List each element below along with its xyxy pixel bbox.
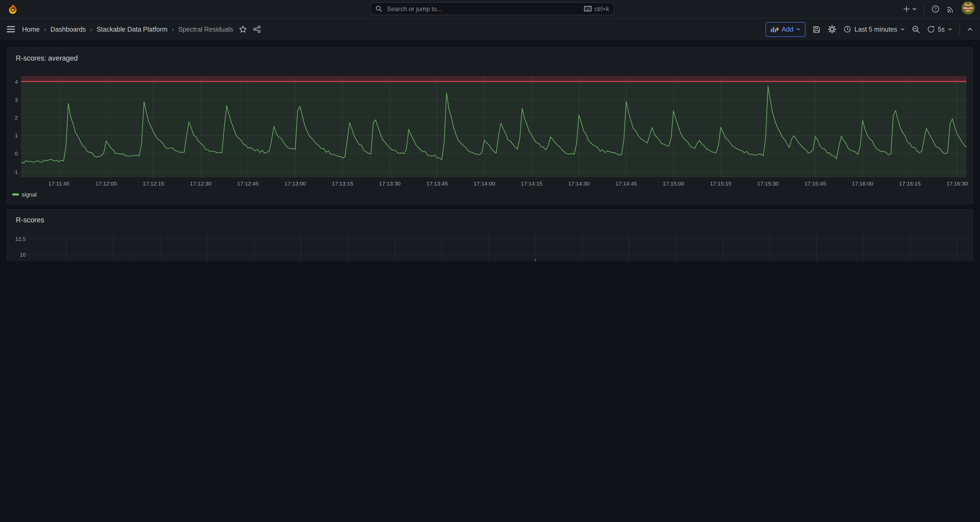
breadcrumb: Home›Dashboards›Stackable Data Platform›… [22, 25, 233, 33]
collapse-toolbar-button[interactable] [966, 26, 973, 33]
x-axis-label: 17:15:30 [757, 180, 779, 187]
breadcrumb-actions [239, 25, 261, 33]
chevron-down-icon [900, 27, 905, 32]
refresh-button[interactable]: 5s [928, 25, 952, 33]
panel-legend: signal [12, 191, 37, 198]
legend-item-signal[interactable]: signal [12, 191, 37, 198]
time-range-label: Last 5 minutes [854, 26, 897, 33]
help-icon: ? [931, 5, 939, 13]
keyboard-icon [584, 5, 592, 12]
x-axis-label: 17:12:00 [95, 180, 117, 187]
x-axis-label: 17:14:00 [474, 180, 495, 187]
menu-button[interactable] [7, 26, 15, 33]
dashboard-content: R-scores: averaged 43210-117:11:4517:12:… [0, 41, 980, 261]
search-box[interactable]: ctrl+k [370, 2, 614, 15]
breadcrumb-item[interactable]: Dashboards [50, 26, 86, 33]
rss-icon [946, 5, 954, 13]
x-axis-label: 17:15:45 [804, 180, 826, 187]
save-dashboard-button[interactable] [812, 25, 821, 34]
x-axis-label: 17:14:15 [521, 180, 542, 187]
toolbar-right-actions: Add Last 5 minutes [765, 22, 974, 37]
x-axis-label: 17:13:15 [332, 180, 353, 187]
breadcrumb-item[interactable]: Home [22, 26, 40, 33]
create-new-button[interactable] [903, 5, 917, 13]
y-axis-label: -1 [7, 168, 18, 175]
star-button[interactable] [239, 25, 247, 33]
y-axis-label: 12.5 [9, 236, 26, 242]
news-button[interactable] [946, 5, 954, 13]
add-label: Add [782, 26, 794, 33]
y-axis-label: 4 [7, 78, 18, 85]
navbar-right-actions: ? [903, 0, 975, 18]
x-axis-label: 17:16:15 [899, 180, 921, 187]
breadcrumb-separator-icon: › [90, 25, 92, 33]
breadcrumb-separator-icon: › [44, 25, 46, 33]
time-range-picker[interactable]: Last 5 minutes [843, 25, 905, 33]
y-axis-label: 3 [7, 96, 18, 103]
chevron-down-icon [796, 27, 801, 32]
x-axis-label: 17:15:00 [663, 180, 684, 187]
y-axis-label: 1 [7, 132, 18, 139]
grafana-app: ctrl+k ? [0, 0, 980, 261]
panel-rscores: R-scores 12.5107.552.50-2.517:11:4517:12… [7, 209, 973, 261]
x-axis-label: 17:13:00 [285, 180, 306, 187]
search-shortcut: ctrl+k [594, 6, 609, 12]
x-axis-label: 17:13:30 [379, 180, 401, 187]
svg-text:?: ? [934, 6, 936, 11]
x-axis-label: 17:14:30 [568, 180, 590, 187]
help-button[interactable]: ? [931, 5, 939, 13]
search-input[interactable] [386, 5, 580, 13]
x-axis-label: 17:11:45 [48, 180, 70, 187]
x-axis-label: 17:14:45 [616, 180, 637, 187]
x-axis-label: 17:13:45 [426, 180, 448, 187]
x-axis-label: 17:16:30 [946, 180, 968, 187]
legend-label: signal [22, 191, 37, 198]
plus-icon [903, 5, 910, 13]
toolbar-divider [959, 24, 959, 35]
panel-title[interactable]: R-scores: averaged [16, 54, 78, 62]
time-series-chart[interactable] [29, 233, 967, 261]
series-line-r12_score [29, 261, 967, 261]
breadcrumb-item[interactable]: Stackable Data Platform [97, 26, 168, 33]
chevron-down-icon [947, 27, 952, 32]
bar-chart-plus-icon [770, 25, 779, 33]
user-avatar[interactable] [961, 1, 975, 17]
panel-rscores-averaged: R-scores: averaged 43210-117:11:4517:12:… [7, 48, 973, 204]
x-axis-label: 17:12:45 [237, 180, 259, 187]
x-axis-label: 17:12:15 [143, 180, 164, 187]
share-button[interactable] [253, 25, 261, 33]
zoom-out-button[interactable] [912, 25, 921, 34]
grafana-logo-icon[interactable] [7, 3, 18, 15]
add-button[interactable]: Add [765, 22, 806, 37]
x-axis-label: 17:12:30 [190, 180, 212, 187]
series-line-r6_score [29, 259, 967, 261]
breadcrumb-separator-icon: › [172, 25, 174, 33]
breadcrumb-item: Spectral Residuals [178, 26, 233, 33]
legend-color [12, 193, 19, 196]
dashboard-toolbar: Home›Dashboards›Stackable Data Platform›… [0, 18, 980, 41]
refresh-icon [928, 25, 935, 33]
refresh-interval-label: 5s [938, 26, 945, 33]
panel-title[interactable]: R-scores [16, 216, 44, 224]
y-axis-label: 0 [7, 150, 18, 157]
y-axis-label: 10 [9, 251, 26, 258]
x-axis-label: 17:15:15 [710, 180, 732, 187]
series-line-r8_score [29, 259, 967, 261]
time-series-chart[interactable] [21, 76, 967, 177]
chevron-down-icon [912, 6, 917, 11]
x-axis-label: 17:16:00 [852, 180, 873, 187]
top-navbar: ctrl+k ? [0, 0, 980, 18]
search-icon [375, 5, 382, 12]
dashboard-settings-button[interactable] [827, 25, 837, 34]
y-axis-label: 2 [7, 114, 18, 121]
clock-icon [843, 25, 851, 33]
navbar-divider [924, 3, 924, 15]
